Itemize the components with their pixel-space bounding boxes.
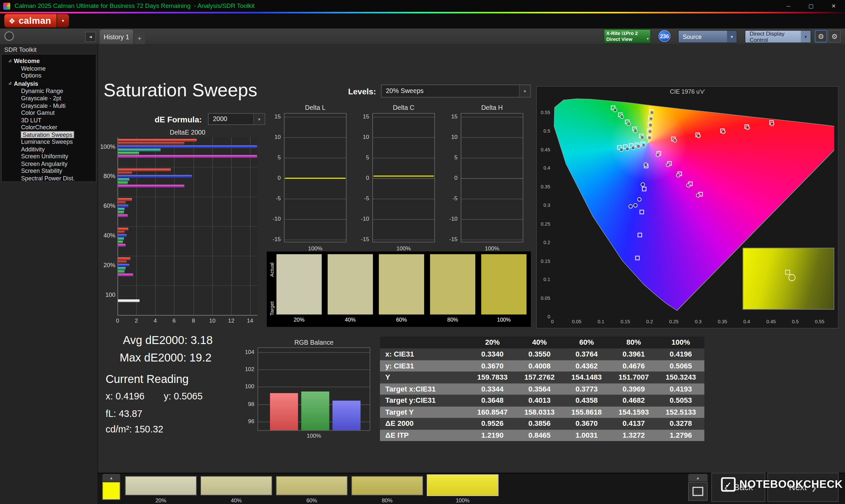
cie-y-tick-label: 0.25 [533,221,550,227]
pattern-patch-60[interactable] [276,476,348,496]
deltae-y-tick-label: 100 [93,291,116,298]
menu-button[interactable] [4,31,14,41]
deltae-bar [118,237,124,240]
settings-button[interactable]: ⚙ [828,30,841,42]
sidebar-item-screen-stability[interactable]: Screen Stability [2,167,96,175]
deltae-y-tick-label: 80% [93,173,116,179]
sidebar-item-grayscale-2pt[interactable]: Grayscale - 2pt [2,95,96,102]
sidebar-item-spectral-power-dist[interactable]: Spectral Power Dist. [2,175,96,182]
delta-l-y-tick-label: 0 [266,175,281,181]
next-button[interactable]: Next ❯ [768,473,839,502]
sidebar-item-grayscale-multi[interactable]: Grayscale - Multi [2,102,96,109]
pattern-color-swatch[interactable] [102,482,120,500]
row-label: x: CIE31 [380,348,469,360]
cie-x-tick-label: 0.55 [812,319,827,324]
deltae-bar [118,234,127,237]
table-cell: 151.7007 [610,372,657,383]
calman-logo[interactable]: ❖ calman ▼ [4,14,69,28]
deltae-bar [118,168,171,171]
chevron-down-icon: ▼ [727,31,736,42]
tab-history-1[interactable]: History 1 [100,30,133,44]
measurement-marker [641,183,645,186]
delta-h-chart [461,113,523,242]
table-cell: 0.3969 [610,383,657,395]
window-shape-icon [692,487,703,496]
target-row-label: Target [269,302,275,316]
pattern-patch-40[interactable] [200,476,272,496]
pattern-patch-100[interactable] [427,474,498,496]
deltae-group-separator [118,226,258,227]
sidebar-item-additivity[interactable]: Additivity [2,145,96,153]
table-cell: 159.7833 [469,372,516,383]
inset-measurement-marker [789,274,795,281]
measurement-marker [637,198,641,201]
tree-item-label: Additivity [21,146,45,152]
delta-l-xlabel: 100% [284,245,346,252]
tree-section-analysis[interactable]: ⊿Analysis [2,79,96,87]
close-button[interactable]: ✕ [822,0,845,12]
swatch-40% [328,254,373,315]
logo-dropdown-button[interactable]: ▼ [57,14,69,28]
swatch-20% [277,254,322,315]
sidebar-item-screen-uniformity[interactable]: Screen Uniformity [2,153,96,160]
deltae-baseline [118,315,258,316]
cie-y-tick-label: 0.45 [533,147,550,152]
source-dropdown[interactable]: Source ▼ [678,30,737,43]
logo-bar: ❖ calman ▼ [0,14,845,29]
cie-y-tick-label: 0.15 [533,258,550,264]
sidebar-item-color-gamut[interactable]: Color Gamut [2,109,96,116]
tree-expander-icon[interactable]: ⊿ [8,58,12,63]
gridline [284,158,346,158]
table-row-e-2000: ΔE 20000.95260.38560.36700.41370.3278 [380,418,704,430]
calman-diamond-icon: ❖ [8,17,16,25]
sidebar-item-saturation-sweeps[interactable]: Saturation Sweeps [2,131,96,138]
sidebar-item-luminance-sweeps[interactable]: Luminance Sweeps [2,138,96,145]
pattern-popup-button[interactable]: ▲ [102,474,120,482]
cie-inset [743,248,834,310]
back-button[interactable]: ❮ Back [711,473,765,502]
gridline [461,137,523,138]
gridline [461,158,523,158]
sidebar-item-options[interactable]: Options [2,72,96,79]
sidebar-item-colorchecker[interactable]: ColorChecker [2,124,96,131]
deltae-x-tick-label: 0 [109,317,125,324]
delta-h-y-tick-label: -5 [442,195,457,201]
deltae-x-tick-label: 10 [204,317,221,324]
sidebar-item-screen-angularity[interactable]: Screen Angularity [2,160,96,167]
row-label: Target x:CIE31 [380,383,469,395]
pattern-window-popup-button[interactable]: ▲ [688,474,708,482]
cie-x-tick-label: 0.2 [642,319,657,324]
sidebar-item-dynamic-range[interactable]: Dynamic Range [2,87,96,94]
table-cell: 0.3550 [516,348,563,360]
table-header-100: 100% [657,337,704,348]
sidebar-item-welcome[interactable]: Welcome [2,65,96,72]
minimize-button[interactable]: ─ [777,0,800,12]
rgb-bar-green [301,391,330,430]
delta-h-y-tick-label: 5 [442,154,457,161]
deltae-y-tick-label: 100% [93,143,116,150]
tree-expander-icon[interactable]: ⊿ [8,81,12,86]
meter-button[interactable]: X-Rite i1Pro 2 Direct View ▼ [604,29,651,43]
table-row-target-y-cie31: Target y:CIE310.36480.40130.43580.46820.… [380,395,704,407]
row-label: ΔE ITP [380,430,469,441]
calman-logo-text: calman [18,16,51,26]
levels-label: Levels: [348,87,376,96]
de-formula-dropdown[interactable]: 2000 ▼ [208,113,265,125]
table-cell: 0.4008 [516,360,563,372]
display-control-dropdown[interactable]: Direct Display Control ▼ [745,30,811,43]
table-cell: 0.4358 [563,395,610,407]
tree-item-label: Luminance Sweeps [21,139,73,145]
tree-section-welcome[interactable]: ⊿Welcome [2,56,96,64]
sidebar-item-3d-lut[interactable]: 3D LUT [2,116,96,124]
settings-button-active[interactable]: ⚙ [815,30,828,42]
maximize-button[interactable]: ▢ [800,0,823,12]
gridline [461,178,523,179]
sidebar-collapse-button[interactable]: ◄ [85,32,96,42]
pattern-patch-20[interactable] [125,476,197,496]
pattern-patch-80[interactable] [351,476,423,496]
pattern-patch-label: 100% [427,498,498,504]
tab-add-button[interactable]: + [134,33,145,44]
table-cell: 158.0313 [516,407,563,418]
levels-dropdown[interactable]: 20% Sweeps ▼ [381,85,531,97]
pattern-window-button[interactable] [688,482,708,501]
